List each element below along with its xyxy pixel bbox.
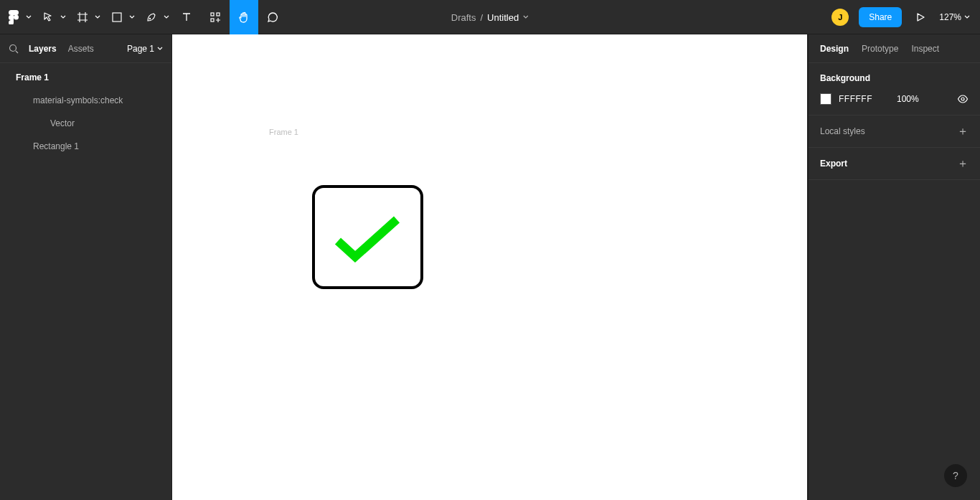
frame-icon	[77, 11, 88, 23]
export-title: Export	[820, 159, 847, 169]
canvas-frame-background	[172, 34, 807, 500]
resources-icon	[209, 11, 221, 23]
play-icon	[915, 12, 925, 22]
user-avatar[interactable]: J	[831, 9, 849, 26]
layer-label: Vector	[50, 118, 75, 128]
cursor-icon	[42, 11, 54, 23]
svg-rect-5	[211, 19, 214, 22]
page-selector[interactable]: Page 1	[127, 44, 163, 54]
layer-tree: Frame 1 material-symbols:check Vector Re…	[0, 63, 171, 158]
layer-row[interactable]: Rectangle 1	[0, 135, 171, 158]
canvas[interactable]: Frame 1	[172, 34, 808, 500]
tab-layers[interactable]: Layers	[29, 44, 57, 54]
layer-label: Rectangle 1	[33, 141, 79, 151]
design-check-icon[interactable]	[334, 214, 402, 264]
chevron-down-icon	[26, 15, 32, 19]
chevron-down-icon	[964, 15, 970, 19]
plus-icon: ＋	[957, 125, 969, 137]
drafts-link[interactable]: Drafts	[451, 12, 476, 23]
background-section: Background FFFFFF 100%	[809, 63, 980, 115]
svg-point-0	[14, 15, 19, 20]
zoom-select[interactable]: 127%	[939, 12, 970, 22]
rectangle-icon	[0, 142, 27, 151]
zoom-value: 127%	[939, 12, 961, 22]
layer-label: Frame 1	[16, 72, 49, 82]
figma-logo-icon	[9, 10, 19, 24]
top-toolbar: Drafts / Untitled J Share 127%	[0, 0, 980, 34]
page-name: Page 1	[127, 44, 154, 54]
add-export-button[interactable]: ＋	[957, 158, 969, 169]
add-style-button[interactable]: ＋	[957, 126, 969, 137]
vector-check-icon	[0, 120, 44, 127]
eye-icon	[957, 95, 969, 103]
topbar-right-group: J Share 127%	[831, 0, 980, 34]
color-opacity[interactable]: 100%	[897, 94, 919, 104]
tab-prototype[interactable]: Prototype	[862, 44, 898, 54]
frame-tool[interactable]	[69, 0, 103, 34]
layer-row[interactable]: Vector	[0, 112, 171, 135]
svg-rect-4	[217, 13, 220, 16]
background-fill-row[interactable]: FFFFFF 100%	[820, 93, 969, 105]
comment-tool[interactable]	[258, 0, 287, 34]
shape-tool[interactable]	[103, 0, 138, 34]
local-styles-title: Local styles	[820, 126, 865, 136]
plus-icon: ＋	[957, 157, 969, 169]
layers-panel-header: Layers Assets Page 1	[0, 34, 171, 63]
tab-assets[interactable]: Assets	[68, 44, 94, 54]
color-hex[interactable]: FFFFFF	[839, 94, 872, 104]
layer-label: material-symbols:check	[33, 95, 123, 105]
move-tool[interactable]	[34, 0, 69, 34]
text-icon	[181, 11, 192, 23]
tool-group	[0, 0, 287, 34]
share-button[interactable]: Share	[859, 7, 902, 27]
layer-row[interactable]: material-symbols:check	[0, 89, 171, 112]
pen-icon	[146, 11, 157, 23]
hand-tool[interactable]	[230, 0, 258, 34]
pen-tool[interactable]	[138, 0, 172, 34]
visibility-toggle[interactable]	[957, 95, 969, 103]
svg-point-2	[149, 18, 151, 19]
color-swatch[interactable]	[820, 93, 831, 105]
chevron-down-icon	[157, 47, 163, 51]
breadcrumb-separator: /	[480, 12, 483, 23]
export-section: Export ＋	[809, 148, 980, 180]
frame-icon	[0, 73, 10, 82]
document-title-group[interactable]: Drafts / Untitled	[451, 0, 529, 34]
chevron-down-icon	[95, 15, 100, 19]
left-panel-tabs: Layers Assets	[29, 44, 117, 54]
svg-rect-3	[211, 13, 214, 16]
present-button[interactable]	[912, 12, 929, 22]
frame-label[interactable]: Frame 1	[269, 128, 298, 136]
chevron-down-icon	[60, 15, 66, 19]
chevron-down-icon[interactable]	[523, 15, 529, 19]
frame-icon	[0, 96, 27, 105]
help-button[interactable]: ?	[944, 464, 967, 487]
tab-inspect[interactable]: Inspect	[911, 44, 939, 54]
svg-point-6	[10, 44, 17, 51]
rectangle-icon	[111, 11, 123, 23]
comment-icon	[266, 11, 279, 24]
background-title: Background	[820, 73, 969, 83]
hand-icon	[237, 11, 250, 24]
local-styles-section: Local styles ＋	[809, 115, 980, 148]
help-icon: ?	[953, 470, 958, 481]
layers-panel: Layers Assets Page 1 Frame 1 material-sy…	[0, 34, 172, 500]
text-tool[interactable]	[172, 0, 201, 34]
svg-point-8	[961, 98, 964, 100]
tab-design[interactable]: Design	[820, 44, 849, 54]
svg-rect-1	[113, 13, 121, 22]
file-name[interactable]: Untitled	[487, 12, 519, 23]
design-panel: Design Prototype Inspect Background FFFF…	[808, 34, 980, 500]
layer-row[interactable]: Frame 1	[0, 66, 171, 89]
main-menu-button[interactable]	[0, 0, 34, 34]
chevron-down-icon	[164, 15, 169, 19]
resources-tool[interactable]	[201, 0, 230, 34]
right-panel-tabs: Design Prototype Inspect	[809, 34, 980, 63]
search-icon[interactable]	[9, 44, 19, 54]
chevron-down-icon	[129, 15, 135, 19]
